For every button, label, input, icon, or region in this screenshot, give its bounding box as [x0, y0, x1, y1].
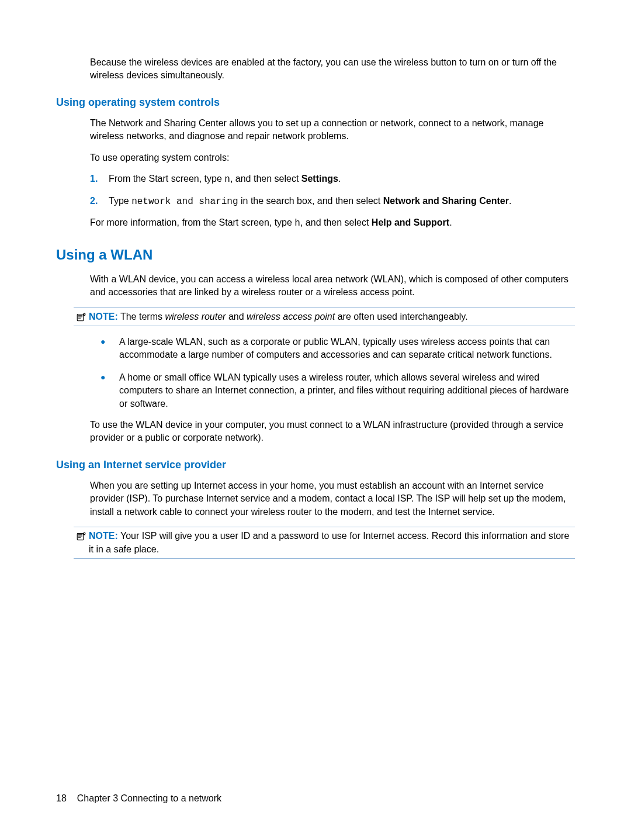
sec1-step1: 1. From the Start screen, type n, and th… [90, 172, 575, 186]
step1-bold: Settings [301, 174, 338, 184]
sec3-note-block: NOTE: Your ISP will give you a user ID a… [74, 527, 575, 559]
step1-code: n [224, 174, 230, 185]
sec2-bullet2: ● A home or small office WLAN typically … [97, 371, 575, 410]
sec3-para1: When you are setting up Internet access … [90, 479, 575, 518]
step-body: From the Start screen, type n, and then … [109, 172, 575, 186]
sec1-para3-bold: Help and Support [372, 217, 449, 227]
heading-using-a-wlan: Using a WLAN [56, 245, 575, 265]
chapter-label: Chapter 3 Connecting to a network [77, 793, 221, 803]
sec2-bullets: ● A large-scale WLAN, such as a corporat… [97, 336, 575, 410]
page-number: 18 [56, 793, 67, 803]
step-number: 2. [90, 195, 109, 208]
sec3-body: When you are setting up Internet access … [90, 479, 575, 518]
sec1-body: The Network and Sharing Center allows yo… [90, 117, 575, 230]
sec1-para1: The Network and Sharing Center allows yo… [90, 117, 575, 143]
note-post: are often used interchangeably. [335, 312, 467, 322]
step2-bold: Network and Sharing Center [383, 196, 509, 206]
note-label: NOTE: [89, 312, 118, 322]
step1-post: . [338, 174, 341, 184]
note-label: NOTE: [89, 531, 118, 541]
sec1-step2: 2. Type network and sharing in the searc… [90, 195, 575, 208]
sec2-para2: To use the WLAN device in your computer,… [90, 419, 575, 445]
bullet-icon: ● [97, 336, 119, 348]
step2-post: . [509, 196, 511, 206]
heading-using-isp: Using an Internet service provider [56, 458, 575, 472]
sec2-bullet1: ● A large-scale WLAN, such as a corporat… [97, 336, 575, 362]
sec3-note-text: Your ISP will give you a user ID and a p… [89, 531, 569, 554]
note-i1: wireless router [165, 312, 226, 322]
sec1-para3-post: . [449, 217, 452, 227]
sec2-note-block: NOTE: The terms wireless router and wire… [74, 307, 575, 326]
sec2-bullets-wrap: ● A large-scale WLAN, such as a corporat… [90, 336, 575, 445]
sec2-para1: With a WLAN device, you can access a wir… [90, 273, 575, 299]
note-mid: and [226, 312, 247, 322]
note-pre: The terms [118, 312, 165, 322]
step-body: Type network and sharing in the search b… [109, 195, 575, 208]
intro-text: Because the wireless devices are enabled… [90, 56, 575, 82]
sec1-steps: 1. From the Start screen, type n, and th… [90, 172, 575, 208]
step2-code: network and sharing [131, 196, 238, 207]
heading-using-os-controls: Using operating system controls [56, 95, 575, 110]
note-body: NOTE: Your ISP will give you a user ID a… [89, 530, 575, 556]
step2-mid: in the search box, and then select [238, 196, 383, 206]
sec1-para2: To use operating system controls: [90, 151, 575, 164]
bullet-icon: ● [97, 371, 119, 383]
step-number: 1. [90, 172, 109, 185]
footer: 18Chapter 3 Connecting to a network [56, 792, 221, 805]
sec2-body: With a WLAN device, you can access a wir… [90, 273, 575, 299]
note-body: NOTE: The terms wireless router and wire… [89, 310, 575, 323]
step1-mid: , and then select [230, 174, 301, 184]
step2-pre: Type [109, 196, 131, 206]
sec1-para3: For more information, from the Start scr… [90, 216, 575, 230]
intro-paragraph: Because the wireless devices are enabled… [90, 56, 575, 82]
note-icon [74, 530, 89, 541]
sec2-bullet1-text: A large-scale WLAN, such as a corporate … [119, 336, 575, 362]
sec1-para3-mid: , and then select [300, 217, 372, 227]
step1-pre: From the Start screen, type [109, 174, 224, 184]
page: Because the wireless devices are enabled… [0, 0, 631, 840]
note-i2: wireless access point [247, 312, 335, 322]
sec1-para3-code: h [294, 218, 300, 229]
sec2-bullet2-text: A home or small office WLAN typically us… [119, 371, 575, 410]
note-icon [74, 310, 89, 322]
sec1-para3-pre: For more information, from the Start scr… [90, 217, 294, 227]
